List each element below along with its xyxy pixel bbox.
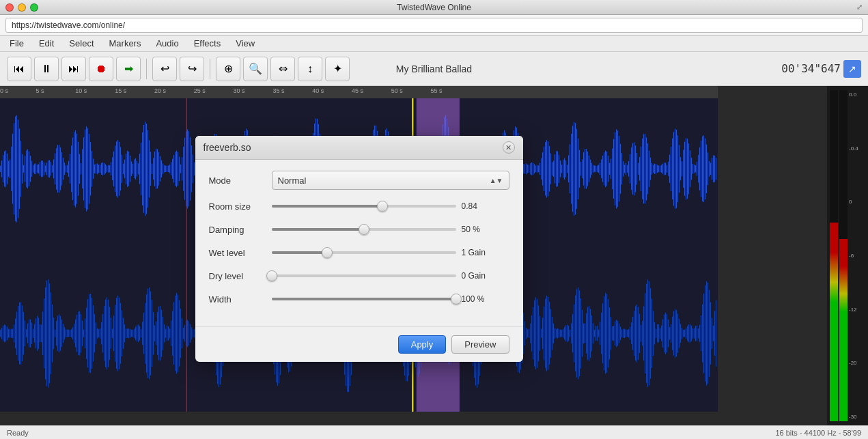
resize-icon: ⤢	[856, 3, 863, 12]
record-button[interactable]: ⏺	[89, 57, 113, 81]
vu-label-m12: -12	[849, 307, 865, 313]
slider-fill-0	[272, 205, 382, 208]
slider-wrapper-3	[272, 269, 456, 283]
param-value-3: 0 Gain	[462, 271, 509, 281]
status-bar: Ready 16 bits - 44100 Hz - 58'99	[0, 425, 868, 439]
slider-thumb-2[interactable]	[322, 247, 333, 258]
zoom-sel-button[interactable]: ↕	[298, 57, 322, 81]
slider-thumb-4[interactable]	[451, 294, 462, 305]
param-control-1: 50 %	[272, 223, 509, 236]
vu-label-m20: -20	[849, 360, 865, 366]
url-input[interactable]	[5, 18, 863, 33]
param-value-4: 100 %	[462, 294, 509, 304]
close-button[interactable]	[5, 3, 14, 12]
param-value-0: 0.84	[462, 201, 509, 211]
time-display: 00'34"647	[781, 62, 841, 75]
apply-button[interactable]: Apply	[398, 335, 447, 354]
title-bar: TwistedWave Online ⤢	[0, 0, 868, 15]
redo-button[interactable]: ↪	[180, 57, 204, 81]
vu-label-0: 0	[849, 199, 865, 205]
export-button[interactable]: ↗	[843, 60, 861, 78]
param-control-0: 0.84	[272, 199, 509, 213]
param-row-2: Wet level1 Gain	[209, 246, 509, 259]
slider-track-1	[272, 228, 456, 231]
slider-track-4	[272, 298, 456, 300]
slider-fill-2	[272, 251, 327, 254]
param-label-4: Width	[209, 294, 264, 305]
mode-dropdown-icon: ▲▼	[490, 177, 503, 184]
slider-wrapper-4	[272, 292, 456, 306]
track-title: My Brilliant Ballad	[396, 63, 472, 74]
dialog-footer: Apply Preview	[195, 326, 523, 362]
menu-effects[interactable]: Effects	[187, 37, 228, 50]
param-control-4: 100 %	[272, 292, 509, 306]
slider-thumb-1[interactable]	[359, 224, 369, 235]
menu-edit[interactable]: Edit	[32, 37, 61, 50]
slider-fill-1	[272, 228, 364, 231]
slider-wrapper-0	[272, 199, 456, 213]
rewind-button[interactable]: ⏮	[7, 57, 31, 81]
process-button[interactable]: ✦	[325, 57, 350, 81]
mode-value: Normal	[278, 175, 307, 186]
dialog-close-button[interactable]: ✕	[503, 141, 515, 154]
dialog-body: Mode Normal ▲▼ Room size0.84Damping50 %W…	[195, 160, 523, 326]
menu-file[interactable]: File	[3, 37, 31, 50]
param-label-2: Wet level	[209, 248, 264, 258]
toolbar-sep-2	[210, 59, 210, 79]
slider-track-3	[272, 274, 456, 277]
play-button[interactable]: ➡	[116, 57, 141, 81]
param-row-3: Dry level0 Gain	[209, 269, 509, 283]
pause-button[interactable]: ⏸	[34, 57, 59, 81]
slider-thumb-3[interactable]	[266, 270, 277, 281]
toolbar-sep-1	[146, 59, 147, 79]
slider-wrapper-1	[272, 223, 456, 236]
param-rows: Room size0.84Damping50 %Wet level1 GainD…	[209, 199, 509, 306]
param-value-1: 50 %	[462, 225, 509, 234]
fit-button[interactable]: ⇔	[270, 57, 295, 81]
slider-thumb-0[interactable]	[377, 201, 388, 212]
vu-label-top1: 0.0	[849, 91, 865, 98]
undo-button[interactable]: ↩	[152, 57, 177, 81]
zoom-in-button[interactable]: ⊕	[216, 57, 240, 81]
vu-label-m6: -6	[849, 253, 865, 259]
status-ready: Ready	[7, 429, 29, 437]
menu-select[interactable]: Select	[62, 37, 100, 50]
main-area: 0 s 5 s 10 s 15 s 20 s 25 s 30 s 35 s 40…	[0, 86, 868, 425]
param-control-2: 1 Gain	[272, 246, 509, 259]
mode-select[interactable]: Normal ▲▼	[272, 171, 509, 190]
slider-fill-4	[272, 298, 456, 300]
mode-label: Mode	[209, 175, 264, 186]
menu-bar: File Edit Select Markers Audio Effects V…	[0, 36, 868, 52]
vu-left	[830, 90, 838, 421]
param-label-3: Dry level	[209, 271, 264, 281]
freeverb-dialog: freeverb.so ✕ Mode Normal ▲▼	[195, 136, 523, 362]
mode-control: Normal ▲▼	[272, 171, 509, 190]
menu-markers[interactable]: Markers	[102, 37, 148, 50]
menu-audio[interactable]: Audio	[149, 37, 185, 50]
vu-right	[839, 90, 848, 421]
param-row-0: Room size0.84	[209, 199, 509, 213]
fast-forward-button[interactable]: ⏭	[61, 57, 86, 81]
address-bar	[0, 15, 868, 36]
slider-track-0	[272, 205, 456, 208]
vu-label-top2: -0.4	[849, 145, 865, 152]
minimize-button[interactable]	[18, 3, 26, 12]
dialog-header: freeverb.so ✕	[195, 136, 523, 160]
preview-button[interactable]: Preview	[451, 335, 509, 354]
dialog-overlay: freeverb.so ✕ Mode Normal ▲▼	[0, 86, 718, 412]
maximize-button[interactable]	[30, 3, 38, 12]
menu-view[interactable]: View	[229, 37, 262, 50]
app-window: TwistedWave Online ⤢ File Edit Select Ma…	[0, 0, 868, 439]
window-controls	[5, 3, 38, 12]
dialog-title: freeverb.so	[204, 142, 251, 153]
param-value-2: 1 Gain	[462, 248, 509, 257]
mode-row: Mode Normal ▲▼	[209, 171, 509, 190]
slider-wrapper-2	[272, 246, 456, 259]
toolbar: ⏮ ⏸ ⏭ ⏺ ➡ ↩ ↪ ⊕ 🔍 ⇔ ↕ ✦ My Brilliant Bal…	[0, 52, 868, 86]
param-row-4: Width100 %	[209, 292, 509, 306]
vu-meters: 0.0 -0.4 0 -6 -12 -20 -30	[827, 86, 868, 425]
param-row-1: Damping50 %	[209, 223, 509, 236]
status-audio-info: 16 bits - 44100 Hz - 58'99	[775, 429, 861, 437]
zoom-out-button[interactable]: 🔍	[243, 57, 268, 81]
param-control-3: 0 Gain	[272, 269, 509, 283]
